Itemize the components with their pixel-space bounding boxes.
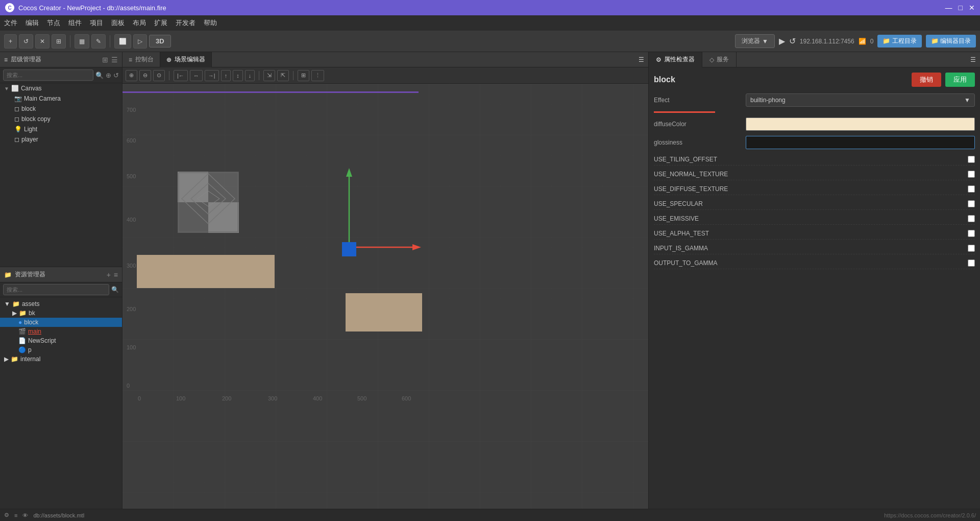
rect-button[interactable]: ⬜ xyxy=(114,34,131,49)
hierarchy-item-blockcopy[interactable]: ◻ block copy xyxy=(0,114,122,124)
checkbox-use-emissive: USE_EMISSIVE xyxy=(654,213,975,225)
inspector-more[interactable]: ☰ xyxy=(966,56,980,63)
camera-icon: 📷 xyxy=(14,95,22,102)
hierarchy-item-player[interactable]: ◻ player xyxy=(0,134,122,145)
hierarchy-item-block[interactable]: ◻ block xyxy=(0,104,122,114)
minimize-button[interactable]: — xyxy=(945,4,952,12)
menu-node[interactable]: 节点 xyxy=(47,18,60,28)
hierarchy-locate-icon[interactable]: ⊕ xyxy=(106,72,111,79)
close-button[interactable]: ✕ xyxy=(969,4,975,12)
hierarchy-item-light[interactable]: 💡 Light xyxy=(0,124,122,134)
diffuse-value[interactable] xyxy=(746,117,975,131)
tab-services[interactable]: ◇ 服务 xyxy=(702,52,737,67)
assets-add-icon[interactable]: + xyxy=(107,271,111,279)
window-controls[interactable]: — □ ✕ xyxy=(945,4,975,12)
assets-search-input[interactable] xyxy=(3,284,109,295)
move-button[interactable]: ✕ xyxy=(35,34,50,49)
search-icon[interactable]: 🔍 xyxy=(95,72,104,79)
use-tiling-offset-label: USE_TILING_OFFSET xyxy=(654,156,968,163)
apply-button[interactable]: 应用 xyxy=(945,73,975,87)
center-tab-more[interactable]: ☰ xyxy=(634,56,648,63)
use-diffuse-texture-checkbox[interactable] xyxy=(968,185,975,193)
hierarchy-reset-icon[interactable]: ↺ xyxy=(113,72,119,79)
grid-button[interactable]: ⊞ xyxy=(52,34,66,49)
asset-item-block[interactable]: ● block xyxy=(0,318,122,327)
refresh-button[interactable]: ↺ xyxy=(789,36,796,46)
checkbox-use-normal-texture: USE_NORMAL_TEXTURE xyxy=(654,169,975,180)
tab-inspector[interactable]: ⚙ 属性检查器 xyxy=(649,52,702,67)
use-alpha-test-checkbox[interactable] xyxy=(968,230,975,237)
browser-button[interactable]: 浏览器 ▼ xyxy=(735,34,775,48)
edit-button[interactable]: ✎ xyxy=(91,34,106,49)
menu-help[interactable]: 帮助 xyxy=(204,18,217,28)
diffuse-color-swatch[interactable] xyxy=(746,117,975,131)
assets-search-icon[interactable]: 🔍 xyxy=(111,286,119,293)
asset-item-internal[interactable]: ▶ 📁 internal xyxy=(0,354,122,364)
align-right-btn[interactable]: →| xyxy=(205,70,219,81)
status-icon2: ≡ xyxy=(14,512,17,518)
align-bottom-btn[interactable]: ↓ xyxy=(245,70,255,81)
hierarchy-more-icon[interactable]: ☰ xyxy=(111,56,118,64)
status-file-path: db://assets/block.mtl xyxy=(33,512,84,518)
menu-layout[interactable]: 布局 xyxy=(133,18,146,28)
asset-item-p[interactable]: 🔵 p xyxy=(0,345,122,354)
separator-1 xyxy=(70,35,70,48)
play-button[interactable]: ▶ xyxy=(779,36,785,46)
use-normal-texture-checkbox[interactable] xyxy=(968,171,975,178)
tab-scene-editor[interactable]: ⊕ 场景编辑器 xyxy=(160,52,212,67)
menu-extend[interactable]: 扩展 xyxy=(154,18,167,28)
menu-project[interactable]: 项目 xyxy=(90,18,103,28)
grid-snap-btn[interactable]: ⊞ xyxy=(298,70,309,81)
menu-component[interactable]: 组件 xyxy=(68,18,82,28)
output-to-gamma-checkbox[interactable] xyxy=(968,259,975,267)
undo-button[interactable]: ↺ xyxy=(19,34,33,49)
menu-developer[interactable]: 开发者 xyxy=(176,18,195,28)
tab-console[interactable]: ≡ 控制台 xyxy=(122,52,160,67)
glossiness-input[interactable]: 10 xyxy=(746,136,975,149)
svg-text:400: 400 xyxy=(127,217,136,223)
effect-select[interactable]: builtin-phong ▼ xyxy=(746,93,975,107)
cancel-button[interactable]: 撤销 xyxy=(912,73,941,87)
newscript-label: NewScript xyxy=(28,337,56,344)
editor-dir-button[interactable]: 📁 编辑器目录 xyxy=(926,35,976,48)
hierarchy-refresh-icon[interactable]: ⊞ xyxy=(102,56,108,64)
scene-more-btn[interactable]: ⋮ xyxy=(311,70,324,81)
align-center-btn[interactable]: ↔ xyxy=(190,70,203,81)
use-tiling-offset-checkbox[interactable] xyxy=(968,156,975,163)
scene-viewport[interactable]: 使用鼠标右键平移视窗焦点，使用滚轮缩放视图 xyxy=(122,84,648,509)
play-mode-button[interactable]: ▷ xyxy=(133,34,147,49)
menu-file[interactable]: 文件 xyxy=(4,18,17,28)
menu-edit[interactable]: 编辑 xyxy=(26,18,39,28)
zoom-out-btn[interactable]: ⊖ xyxy=(139,70,151,81)
distribute-v-btn[interactable]: ⇱ xyxy=(277,70,289,81)
align-vcenter-btn[interactable]: ↕ xyxy=(233,70,243,81)
asset-item-newscript[interactable]: 📄 NewScript xyxy=(0,336,122,345)
canvas-item[interactable]: ▼ ⬜ Canvas xyxy=(0,83,122,93)
asset-item-assets[interactable]: ▼ 📁 assets xyxy=(0,299,122,309)
use-specular-checkbox[interactable] xyxy=(968,200,975,207)
diffuse-row: diffuseColor xyxy=(654,117,975,131)
input-is-gamma-checkbox[interactable] xyxy=(968,245,975,252)
3d-toggle[interactable]: 3D xyxy=(149,35,171,48)
maximize-button[interactable]: □ xyxy=(959,4,963,12)
asset-item-main[interactable]: 🎬 main xyxy=(0,327,122,336)
separator-2 xyxy=(110,35,110,48)
menu-panel[interactable]: 面板 xyxy=(111,18,125,28)
chart-button[interactable]: ▦ xyxy=(75,34,89,49)
hierarchy-item-maincamera[interactable]: 📷 Main Camera xyxy=(0,93,122,104)
light-icon: 💡 xyxy=(14,126,22,133)
distribute-h-btn[interactable]: ⇲ xyxy=(263,70,275,81)
use-emissive-checkbox[interactable] xyxy=(968,215,975,222)
assets-sort-icon[interactable]: ≡ xyxy=(114,271,118,279)
checkbox-input-is-gamma: INPUT_IS_GAMMA xyxy=(654,243,975,254)
zoom-in-btn[interactable]: ⊕ xyxy=(126,70,137,81)
prefab-icon: 🔵 xyxy=(18,346,26,353)
add-button[interactable]: + xyxy=(4,34,17,49)
align-top-btn[interactable]: ↑ xyxy=(221,70,231,81)
hierarchy-search-input[interactable] xyxy=(3,69,93,81)
svg-text:0: 0 xyxy=(127,383,130,389)
align-left-btn[interactable]: |← xyxy=(174,70,188,81)
project-dir-button[interactable]: 📁 工程目录 xyxy=(877,35,921,48)
asset-item-bk[interactable]: ▶ 📁 bk xyxy=(0,309,122,318)
zoom-fit-btn[interactable]: ⊙ xyxy=(153,70,165,81)
